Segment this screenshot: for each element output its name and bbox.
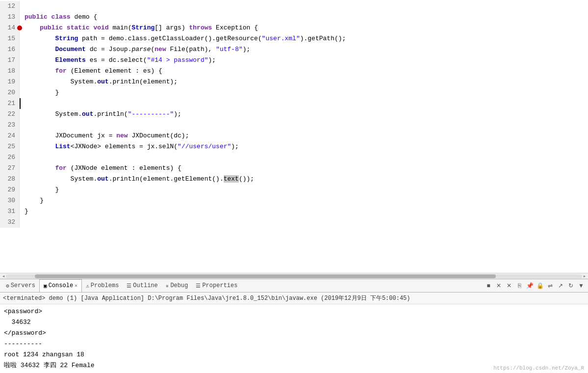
line-number-26: 26 [0,152,20,163]
code-line-16: 16 Document dc = Jsoup.parse(new File(pa… [0,44,588,55]
line-number-21: 21 [0,98,20,109]
line-number-25: 25 [0,141,20,152]
code-line-18: 18 for (Element element : es) { [0,66,588,77]
line-content-18: for (Element element : es) { [20,66,588,77]
code-editor[interactable]: 1213public class demo {14 public static … [0,0,588,273]
line-content-29: } [20,185,588,195]
line-number-28: 28 [0,174,20,185]
line-content-23 [20,120,588,131]
line-number-18: 18 [0,66,20,77]
code-line-24: 24 JXDocument jx = new JXDocument(dc); [0,131,588,141]
code-line-20: 20 } [0,87,588,98]
line-number-16: 16 [0,44,20,55]
code-line-22: 22 System.out.println("----------"); [0,109,588,120]
console-output: <password> 34632</password>----------roo… [0,304,588,373]
tab-servers[interactable]: ⚙ Servers [2,279,39,292]
console-wrapper: ⚙ Servers ▣ Console ✕ ⚠ Problems ☰ Outli… [0,279,588,373]
line-content-25: List<JXNode> elements = jx.selN("//users… [20,141,588,152]
tab-properties-label: Properties [202,282,237,289]
refresh-btn[interactable]: ↻ [566,281,576,291]
open-console-btn[interactable]: ↗ [556,281,565,291]
code-lines: 1213public class demo {14 public static … [0,0,588,273]
line-number-27: 27 [0,163,20,174]
code-line-26: 26 [0,152,588,163]
line-content-31: } [20,206,588,217]
code-line-19: 19 System.out.println(element); [0,77,588,87]
tab-servers-label: Servers [11,282,35,289]
line-content-20: } [20,87,588,98]
code-line-30: 30 } [0,195,588,206]
scrollbar-thumb[interactable] [35,274,496,278]
code-line-15: 15 String path = demo.class.getClassLoad… [0,33,588,44]
outline-icon: ☰ [127,283,131,289]
line-content-30: } [20,195,588,206]
line-content-21 [20,98,588,109]
debug-icon: ✳ [166,283,169,289]
code-line-17: 17 Elements es = dc.select("#14 > passwo… [0,55,588,66]
console-output-line: root 1234 zhangsan 18 [4,349,584,360]
code-line-31: 31} [0,206,588,217]
tab-console-label: Console [49,282,73,289]
line-number-14: 14 [0,23,20,33]
line-content-15: String path = demo.class.getClassLoader(… [20,33,588,44]
line-content-24: JXDocument jx = new JXDocument(dc); [20,131,588,141]
code-line-13: 13public class demo { [0,12,588,23]
line-number-24: 24 [0,131,20,141]
code-line-21: 21 [0,98,588,109]
line-number-30: 30 [0,195,20,206]
console-output-line: 34632 [4,317,584,328]
copy-btn[interactable]: ⎘ [514,281,524,291]
menu-btn[interactable]: ▼ [576,281,586,291]
tab-outline-label: Outline [133,282,157,289]
line-number-20: 20 [0,87,20,98]
console-area: <terminated> demo (1) [Java Application]… [0,293,588,373]
console-toolbar-buttons: ■ ✕ ✕ ⎘ 📌 🔒 ⇌ ↗ ↻ ▼ [484,281,586,291]
close2-btn[interactable]: ✕ [504,281,514,291]
line-content-17: Elements es = dc.select("#14 > password"… [20,55,588,66]
line-number-12: 12 [0,1,20,12]
scroll-lock-btn[interactable]: 🔒 [535,281,545,291]
problems-icon: ⚠ [86,283,89,289]
tab-problems-label: Problems [91,282,119,289]
tab-debug[interactable]: ✳ Debug [162,279,192,292]
line-content-13: public class demo { [20,12,588,23]
horizontal-scrollbar[interactable]: ◂ ▸ [0,273,588,279]
stop-btn[interactable]: ■ [484,281,493,291]
line-number-32: 32 [0,217,20,228]
tab-outline[interactable]: ☰ Outline [123,279,161,292]
line-number-13: 13 [0,12,20,23]
console-toolbar: ⚙ Servers ▣ Console ✕ ⚠ Problems ☰ Outli… [0,279,588,293]
line-number-15: 15 [0,33,20,44]
tab-properties[interactable]: ☰ Properties [192,279,241,292]
scrollbar-track[interactable] [6,274,582,278]
console-close-icon[interactable]: ✕ [75,283,77,289]
code-line-29: 29 } [0,185,588,195]
code-line-14: 14 public static void main(String[] args… [0,23,588,33]
close-btn[interactable]: ✕ [494,281,504,291]
properties-icon: ☰ [196,283,201,289]
line-content-27: for (JXNode element : elements) { [20,163,588,174]
code-line-12: 12 [0,1,588,12]
tab-console[interactable]: ▣ Console ✕ [39,279,82,292]
line-number-22: 22 [0,109,20,120]
line-number-17: 17 [0,55,20,66]
line-content-22: System.out.println("----------"); [20,109,588,120]
code-line-32: 32 [0,217,588,228]
tab-problems[interactable]: ⚠ Problems [82,279,123,292]
code-line-23: 23 [0,120,588,131]
line-number-31: 31 [0,206,20,217]
pin-btn[interactable]: 📌 [525,281,535,291]
line-content-32 [20,217,588,228]
line-content-12 [20,1,588,12]
watermark: https://blog.csdn.net/Zoya_R [493,365,584,371]
line-number-23: 23 [0,120,20,131]
console-output-line: <password> [4,306,584,317]
line-number-19: 19 [0,77,20,87]
code-line-27: 27 for (JXNode element : elements) { [0,163,588,174]
code-line-25: 25 List<JXNode> elements = jx.selN("//us… [0,141,588,152]
tab-debug-label: Debug [170,282,188,289]
console-status: <terminated> demo (1) [Java Application]… [0,293,588,304]
line-content-26 [20,152,588,163]
line-content-28: System.out.println(element.getElement().… [20,174,588,185]
word-wrap-btn[interactable]: ⇌ [545,281,555,291]
